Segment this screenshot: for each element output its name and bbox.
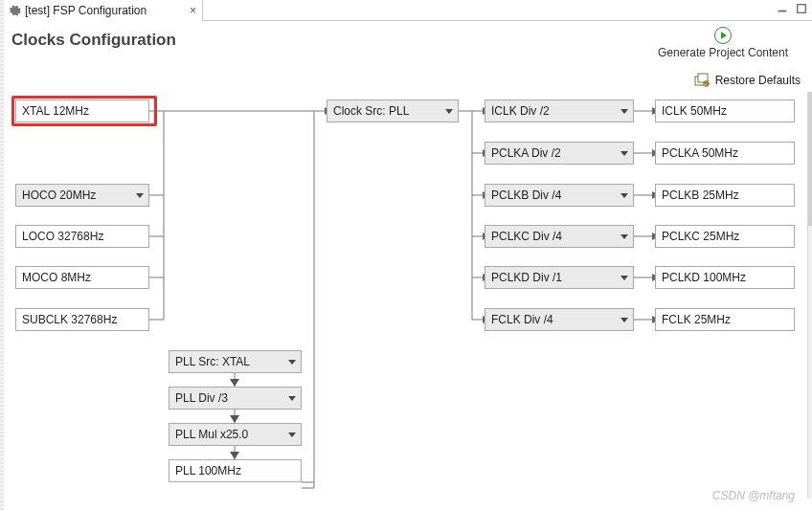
clocks-canvas: XTAL 12MHz HOCO 20MHz LOCO 32768Hz MOCO … — [8, 92, 804, 510]
generate-project-content-button[interactable]: Generate Project Content — [651, 27, 795, 59]
pclkc-div-label: PCLKC Div /4 — [491, 230, 562, 243]
iclk-output: ICLK 50MHz — [655, 100, 795, 122]
fclk-out-label: FCLK 25MHz — [662, 313, 731, 326]
pclka-div-dropdown[interactable]: PCLKA Div /2 — [485, 142, 634, 165]
vertical-scrollbar[interactable] — [807, 92, 812, 499]
pclka-div-label: PCLKA Div /2 — [491, 146, 561, 160]
clock-src-label: Clock Src: PLL — [333, 104, 409, 118]
hoco-source-dropdown[interactable]: HOCO 20MHz — [15, 184, 149, 207]
pll-output: PLL 100MHz — [169, 459, 302, 482]
pclkb-out-label: PCLKB 25MHz — [662, 188, 739, 202]
generate-label: Generate Project Content — [651, 46, 795, 59]
editor-tabbar: [test] FSP Configuration × — [4, 0, 812, 21]
fclk-output: FCLK 25MHz — [655, 308, 795, 331]
arrow-down-icon — [230, 415, 239, 423]
fclk-div-label: FCLK Div /4 — [491, 313, 553, 326]
pclkd-div-dropdown[interactable]: PCLKD Div /1 — [485, 266, 634, 289]
pclkb-div-dropdown[interactable]: PCLKB Div /4 — [485, 184, 634, 207]
svg-point-6 — [703, 81, 709, 87]
pll-mul-dropdown[interactable]: PLL Mul x25.0 — [169, 423, 302, 446]
loco-label: LOCO 32768Hz — [22, 230, 103, 243]
pclkd-out-label: PCLKD 100MHz — [662, 271, 746, 284]
moco-label: MOCO 8MHz — [22, 271, 91, 284]
maximize-view-icon[interactable] — [795, 2, 808, 15]
pll-mul-label: PLL Mul x25.0 — [175, 428, 248, 441]
restore-defaults-link[interactable]: Restore Defaults — [694, 73, 801, 88]
left-gutter — [0, 0, 4, 510]
svg-rect-1 — [798, 5, 806, 13]
restore-defaults-label: Restore Defaults — [715, 74, 801, 87]
hoco-label: HOCO 20MHz — [22, 188, 96, 202]
pll-div-dropdown[interactable]: PLL Div /3 — [169, 387, 302, 410]
page-title: Clocks Configuration — [11, 31, 176, 50]
subclk-source[interactable]: SUBCLK 32768Hz — [15, 308, 149, 331]
arrow-down-icon — [230, 379, 239, 387]
close-tab-icon[interactable]: × — [188, 4, 198, 17]
pclkc-out-label: PCLKC 25MHz — [662, 230, 739, 243]
tab-fsp-configuration[interactable]: [test] FSP Configuration × — [4, 0, 203, 21]
pclka-out-label: PCLKA 50MHz — [662, 146, 738, 160]
subclk-label: SUBCLK 32768Hz — [22, 313, 117, 326]
iclk-div-dropdown[interactable]: ICLK Div /2 — [485, 100, 634, 122]
play-icon — [714, 27, 732, 44]
pll-out-label: PLL 100MHz — [175, 464, 241, 477]
pll-div-label: PLL Div /3 — [175, 391, 228, 405]
minimize-view-icon[interactable] — [776, 2, 789, 15]
gear-icon — [8, 4, 21, 17]
iclk-out-label: ICLK 50MHz — [662, 104, 727, 118]
scrollbar-thumb[interactable] — [808, 92, 812, 226]
clock-src-dropdown[interactable]: Clock Src: PLL — [327, 100, 459, 122]
pll-src-dropdown[interactable]: PLL Src: XTAL — [169, 350, 302, 373]
iclk-div-label: ICLK Div /2 — [491, 104, 550, 118]
pclka-output: PCLKA 50MHz — [655, 142, 795, 165]
pclkb-div-label: PCLKB Div /4 — [491, 188, 561, 202]
tab-title: [test] FSP Configuration — [25, 4, 147, 17]
arrow-down-icon — [230, 452, 239, 459]
pclkd-output: PCLKD 100MHz — [655, 266, 795, 289]
xtal-highlight — [11, 96, 157, 126]
pclkc-output: PCLKC 25MHz — [655, 225, 795, 248]
svg-rect-0 — [778, 11, 787, 12]
watermark: CSDN @mftang — [712, 489, 795, 502]
pclkc-div-dropdown[interactable]: PCLKC Div /4 — [485, 225, 634, 248]
moco-source[interactable]: MOCO 8MHz — [15, 266, 149, 289]
pclkd-div-label: PCLKD Div /1 — [491, 271, 562, 284]
pll-src-label: PLL Src: XTAL — [175, 355, 250, 368]
pclkb-output: PCLKB 25MHz — [655, 184, 795, 207]
restore-defaults-icon — [694, 73, 710, 88]
svg-marker-3 — [721, 32, 727, 39]
fclk-div-dropdown[interactable]: FCLK Div /4 — [485, 308, 634, 331]
loco-source[interactable]: LOCO 32768Hz — [15, 225, 149, 248]
